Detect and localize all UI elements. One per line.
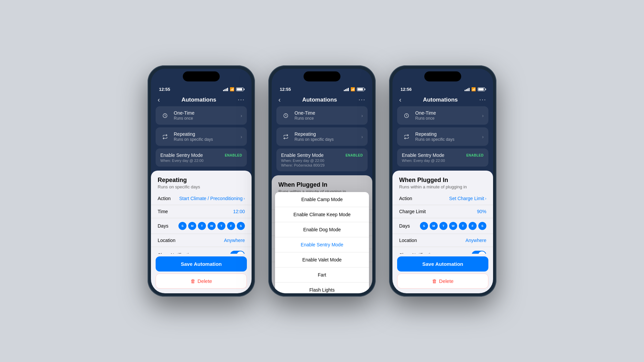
list-item-onetime-3[interactable]: One-Time Runs once ›	[397, 106, 488, 125]
status-icons-1: 📶	[223, 87, 244, 92]
enabled-item-2[interactable]: Enable Sentry Mode ENABLED When: Every d…	[276, 148, 368, 171]
dropdown-item-flash[interactable]: Flash Lights	[275, 283, 369, 293]
dynamic-island-1	[183, 71, 220, 81]
list-text-onetime-1: One-Time Runs once	[174, 110, 240, 121]
dropdown-item-sentry[interactable]: Enable Sentry Mode	[275, 237, 369, 252]
dropdown-menu: Enable Camp Mode Enable Climate Keep Mod…	[275, 192, 369, 293]
row-days-1[interactable]: Days S M T W T F S	[151, 218, 252, 234]
bottom-panel-3: When Plugged In Runs within a minute of …	[392, 171, 493, 293]
clock-icon-1	[160, 111, 170, 120]
more-button-1[interactable]: ···	[238, 96, 245, 103]
signal-icon-2	[344, 88, 349, 91]
nav-title-2: Automations	[302, 97, 337, 103]
battery-icon-1	[236, 87, 244, 91]
phone-content-3: One-Time Runs once › Repeating	[392, 106, 493, 293]
more-button-3[interactable]: ···	[479, 96, 486, 103]
repeat-icon-3	[402, 132, 411, 141]
time-3: 12:56	[400, 87, 412, 92]
wifi-icon-1: 📶	[230, 87, 234, 92]
nav-bar-1: ‹ Automations ···	[151, 93, 252, 106]
row-action-3[interactable]: Action Set Charge Limit ›	[392, 192, 493, 205]
row-charge-3[interactable]: Charge Limit 90%	[392, 205, 493, 218]
status-icons-3: 📶	[465, 87, 485, 92]
save-button-3[interactable]: Save Automation	[397, 256, 488, 272]
wifi-icon-3: 📶	[471, 87, 476, 92]
enabled-item-3[interactable]: Enable Sentry Mode ENABLED When: Every d…	[397, 148, 488, 167]
dropdown-item-valet[interactable]: Enable Valet Mode	[275, 252, 369, 267]
dynamic-island-3	[424, 71, 461, 81]
phone-2: 12:55 📶 ‹ Automations ···	[268, 65, 376, 297]
row-notification-3[interactable]: Show Notification	[392, 247, 493, 254]
nav-bar-2: ‹ Automations ···	[272, 93, 372, 106]
delete-button-3[interactable]: 🗑 Delete	[397, 274, 488, 289]
list-item-repeating-1[interactable]: Repeating Runs on specific days ›	[156, 127, 247, 146]
day-circles-1: S M T W T F S	[178, 222, 245, 230]
dropdown-item-dog[interactable]: Enable Dog Mode	[275, 222, 369, 237]
time-2: 12:55	[280, 87, 291, 92]
dynamic-island-2	[304, 71, 340, 81]
battery-icon-2	[357, 87, 364, 91]
repeat-icon-1	[160, 132, 170, 141]
panel-rows-1: Action Start Climate / Preconditioning ›…	[151, 192, 252, 254]
list-item-onetime-1[interactable]: One-Time Runs once ›	[156, 106, 247, 125]
toggle-notification-3[interactable]	[472, 251, 486, 254]
toggle-notification-1[interactable]	[230, 251, 245, 254]
list-item-repeating-3[interactable]: Repeating Runs on specific days ›	[397, 127, 488, 146]
bottom-panel-2: When Plugged In Runs within a minute of …	[272, 175, 372, 293]
more-button-2[interactable]: ···	[359, 96, 366, 103]
phone-3: 12:56 📶 ‹ Automations ···	[389, 65, 496, 297]
wifi-icon-2: 📶	[351, 87, 355, 92]
status-icons-2: 📶	[344, 87, 364, 92]
nav-bar-3: ‹ Automations ···	[392, 93, 493, 106]
signal-icon-3	[465, 88, 470, 91]
clock-icon-3	[402, 111, 411, 120]
phone-1: 12:55 📶 ‹ Automations ···	[148, 65, 255, 297]
dropdown-item-fart[interactable]: Fart	[275, 267, 369, 283]
panel-rows-3: Action Set Charge Limit › Charge Limit 9…	[392, 192, 493, 254]
day-circles-3: S M T W T F S	[420, 222, 486, 230]
back-button-3[interactable]: ‹	[399, 96, 401, 104]
scene: 12:55 📶 ‹ Automations ···	[0, 0, 644, 362]
chevron-onetime-1: ›	[240, 113, 242, 118]
list-item-repeating-2[interactable]: Repeating Runs on specific days ›	[276, 127, 368, 146]
row-location-3[interactable]: Location Anywhere	[392, 234, 493, 247]
chevron-repeating-1: ›	[240, 134, 242, 139]
battery-icon-3	[478, 87, 485, 91]
clock-icon-2	[281, 111, 290, 120]
back-button-1[interactable]: ‹	[158, 96, 160, 104]
row-notification-1[interactable]: Show Notification	[151, 247, 252, 254]
list-text-repeating-1: Repeating Runs on specific days	[174, 131, 240, 142]
back-button-2[interactable]: ‹	[278, 96, 281, 104]
list-section-2: One-Time Runs once › Repeating	[272, 106, 372, 148]
row-time-1[interactable]: Time 12:00	[151, 205, 252, 218]
signal-icon-1	[223, 88, 228, 91]
time-1: 12:55	[159, 87, 170, 92]
phone-content-1: One-Time Runs once › Repeating	[151, 106, 252, 293]
dropdown-item-climate[interactable]: Enable Climate Keep Mode	[275, 207, 369, 222]
list-section-1: One-Time Runs once › Repeating	[151, 106, 252, 148]
list-item-onetime-2[interactable]: One-Time Runs once ›	[276, 106, 368, 125]
repeat-icon-2	[281, 132, 290, 141]
trash-icon-3: 🗑	[432, 278, 437, 284]
row-location-1[interactable]: Location Anywhere	[151, 234, 252, 247]
enabled-item-1[interactable]: Enable Sentry Mode ENABLED When: Every d…	[156, 148, 247, 167]
row-days-3[interactable]: Days S M T W T F S	[392, 218, 493, 234]
panel-header-3: When Plugged In Runs within a minute of …	[392, 171, 493, 192]
nav-title-1: Automations	[181, 97, 216, 103]
bottom-panel-1: Repeating Runs on specific days Action S…	[151, 171, 252, 293]
save-button-1[interactable]: Save Automation	[156, 256, 247, 272]
dropdown-item-camp[interactable]: Enable Camp Mode	[275, 192, 369, 207]
trash-icon-1: 🗑	[191, 278, 196, 284]
delete-button-1[interactable]: 🗑 Delete	[156, 274, 247, 289]
list-section-3: One-Time Runs once › Repeating	[392, 106, 493, 148]
row-action-1[interactable]: Action Start Climate / Preconditioning ›	[151, 192, 252, 205]
phone-content-2: One-Time Runs once › Repeating	[272, 106, 372, 293]
nav-title-3: Automations	[423, 97, 458, 103]
panel-header-1: Repeating Runs on specific days	[151, 171, 252, 192]
